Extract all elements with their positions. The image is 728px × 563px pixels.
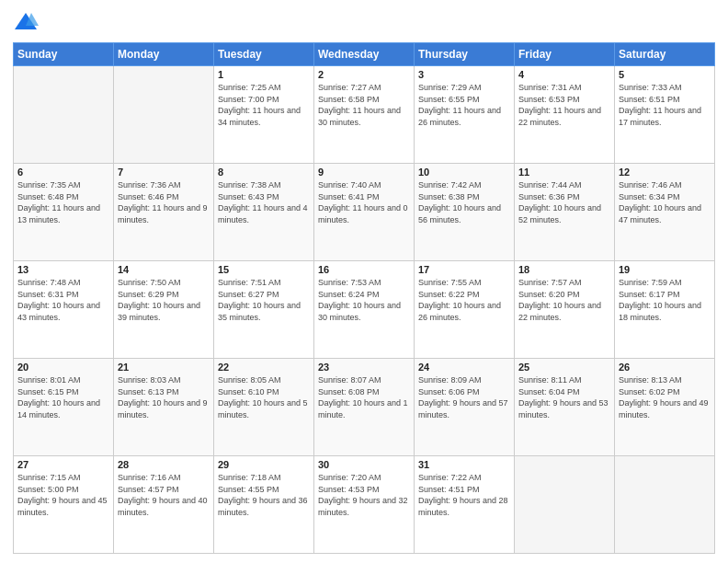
calendar-day-cell: 8Sunrise: 7:38 AM Sunset: 6:43 PM Daylig… [214,164,314,261]
calendar-week-row: 27Sunrise: 7:15 AM Sunset: 5:00 PM Dayli… [14,456,715,554]
calendar-week-row: 13Sunrise: 7:48 AM Sunset: 6:31 PM Dayli… [14,261,715,359]
day-info: Sunrise: 7:46 AM Sunset: 6:34 PM Dayligh… [619,179,711,225]
calendar-day-cell: 25Sunrise: 8:11 AM Sunset: 6:04 PM Dayli… [515,359,615,456]
day-number: 11 [518,167,610,178]
day-number: 27 [17,459,109,470]
calendar-day-cell: 6Sunrise: 7:35 AM Sunset: 6:48 PM Daylig… [14,164,114,261]
calendar-day-cell: 11Sunrise: 7:44 AM Sunset: 6:36 PM Dayli… [515,164,615,261]
day-info: Sunrise: 7:57 AM Sunset: 6:20 PM Dayligh… [518,277,610,323]
calendar-day-cell: 26Sunrise: 8:13 AM Sunset: 6:02 PM Dayli… [615,359,715,456]
day-info: Sunrise: 7:59 AM Sunset: 6:17 PM Dayligh… [619,277,711,323]
day-info: Sunrise: 7:29 AM Sunset: 6:55 PM Dayligh… [418,82,510,128]
calendar-day-cell: 15Sunrise: 7:51 AM Sunset: 6:27 PM Dayli… [214,261,314,359]
day-number: 3 [418,69,510,80]
day-number: 13 [17,264,109,275]
day-number: 14 [118,264,210,275]
day-number: 23 [318,362,410,373]
day-number: 20 [17,362,109,373]
calendar-day-cell: 30Sunrise: 7:20 AM Sunset: 4:53 PM Dayli… [314,456,415,554]
calendar-day-cell: 13Sunrise: 7:48 AM Sunset: 6:31 PM Dayli… [14,261,114,359]
day-info: Sunrise: 8:11 AM Sunset: 6:04 PM Dayligh… [518,374,610,420]
calendar-body: 1Sunrise: 7:25 AM Sunset: 7:00 PM Daylig… [14,66,715,554]
day-info: Sunrise: 7:35 AM Sunset: 6:48 PM Dayligh… [17,179,109,225]
weekday-header-row: SundayMondayTuesdayWednesdayThursdayFrid… [14,43,715,66]
day-info: Sunrise: 7:50 AM Sunset: 6:29 PM Dayligh… [118,277,210,323]
calendar-day-cell [615,456,715,554]
calendar-day-cell [515,456,615,554]
day-info: Sunrise: 7:31 AM Sunset: 6:53 PM Dayligh… [518,82,610,128]
calendar-day-cell: 19Sunrise: 7:59 AM Sunset: 6:17 PM Dayli… [615,261,715,359]
day-info: Sunrise: 7:38 AM Sunset: 6:43 PM Dayligh… [218,179,310,225]
calendar-day-cell: 31Sunrise: 7:22 AM Sunset: 4:51 PM Dayli… [415,456,515,554]
day-info: Sunrise: 7:16 AM Sunset: 4:57 PM Dayligh… [118,472,210,518]
calendar-day-cell: 5Sunrise: 7:33 AM Sunset: 6:51 PM Daylig… [615,66,715,164]
weekday-cell: Wednesday [314,43,415,66]
day-info: Sunrise: 8:03 AM Sunset: 6:13 PM Dayligh… [118,374,210,420]
day-number: 5 [619,69,711,80]
calendar-day-cell: 2Sunrise: 7:27 AM Sunset: 6:58 PM Daylig… [314,66,415,164]
calendar-day-cell: 3Sunrise: 7:29 AM Sunset: 6:55 PM Daylig… [415,66,515,164]
day-info: Sunrise: 7:33 AM Sunset: 6:51 PM Dayligh… [619,82,711,128]
day-number: 2 [318,69,410,80]
calendar-day-cell: 29Sunrise: 7:18 AM Sunset: 4:55 PM Dayli… [214,456,314,554]
day-info: Sunrise: 7:44 AM Sunset: 6:36 PM Dayligh… [518,179,610,225]
day-info: Sunrise: 8:13 AM Sunset: 6:02 PM Dayligh… [619,374,711,420]
calendar-day-cell: 1Sunrise: 7:25 AM Sunset: 7:00 PM Daylig… [214,66,314,164]
calendar-table: SundayMondayTuesdayWednesdayThursdayFrid… [13,42,715,554]
day-info: Sunrise: 7:27 AM Sunset: 6:58 PM Dayligh… [318,82,410,128]
day-info: Sunrise: 7:40 AM Sunset: 6:41 PM Dayligh… [318,179,410,225]
day-info: Sunrise: 8:05 AM Sunset: 6:10 PM Dayligh… [218,374,310,420]
day-number: 17 [418,264,510,275]
day-number: 15 [218,264,310,275]
calendar-day-cell: 18Sunrise: 7:57 AM Sunset: 6:20 PM Dayli… [515,261,615,359]
day-number: 7 [118,167,210,178]
day-number: 29 [218,459,310,470]
weekday-cell: Saturday [615,43,715,66]
day-number: 21 [118,362,210,373]
day-number: 22 [218,362,310,373]
day-number: 24 [418,362,510,373]
day-info: Sunrise: 7:48 AM Sunset: 6:31 PM Dayligh… [17,277,109,323]
day-number: 25 [518,362,610,373]
calendar-day-cell: 7Sunrise: 7:36 AM Sunset: 6:46 PM Daylig… [114,164,214,261]
calendar-day-cell: 12Sunrise: 7:46 AM Sunset: 6:34 PM Dayli… [615,164,715,261]
day-number: 16 [318,264,410,275]
calendar-week-row: 20Sunrise: 8:01 AM Sunset: 6:15 PM Dayli… [14,359,715,456]
calendar-week-row: 1Sunrise: 7:25 AM Sunset: 7:00 PM Daylig… [14,66,715,164]
day-number: 30 [318,459,410,470]
day-number: 6 [17,167,109,178]
calendar-day-cell: 23Sunrise: 8:07 AM Sunset: 6:08 PM Dayli… [314,359,415,456]
calendar-day-cell: 9Sunrise: 7:40 AM Sunset: 6:41 PM Daylig… [314,164,415,261]
day-number: 8 [218,167,310,178]
weekday-cell: Monday [114,43,214,66]
calendar-day-cell: 24Sunrise: 8:09 AM Sunset: 6:06 PM Dayli… [415,359,515,456]
day-info: Sunrise: 7:36 AM Sunset: 6:46 PM Dayligh… [118,179,210,225]
day-info: Sunrise: 8:07 AM Sunset: 6:08 PM Dayligh… [318,374,410,420]
calendar-day-cell: 17Sunrise: 7:55 AM Sunset: 6:22 PM Dayli… [415,261,515,359]
logo [13,9,42,35]
header [13,9,715,35]
day-number: 26 [619,362,711,373]
calendar-day-cell: 28Sunrise: 7:16 AM Sunset: 4:57 PM Dayli… [114,456,214,554]
weekday-cell: Thursday [415,43,515,66]
day-number: 31 [418,459,510,470]
day-info: Sunrise: 7:55 AM Sunset: 6:22 PM Dayligh… [418,277,510,323]
day-info: Sunrise: 7:22 AM Sunset: 4:51 PM Dayligh… [418,472,510,518]
day-number: 18 [518,264,610,275]
calendar-day-cell: 20Sunrise: 8:01 AM Sunset: 6:15 PM Dayli… [14,359,114,456]
day-info: Sunrise: 7:51 AM Sunset: 6:27 PM Dayligh… [218,277,310,323]
calendar-day-cell: 16Sunrise: 7:53 AM Sunset: 6:24 PM Dayli… [314,261,415,359]
calendar-week-row: 6Sunrise: 7:35 AM Sunset: 6:48 PM Daylig… [14,164,715,261]
day-number: 4 [518,69,610,80]
calendar-day-cell: 14Sunrise: 7:50 AM Sunset: 6:29 PM Dayli… [114,261,214,359]
day-number: 12 [619,167,711,178]
day-number: 28 [118,459,210,470]
calendar-day-cell: 27Sunrise: 7:15 AM Sunset: 5:00 PM Dayli… [14,456,114,554]
day-info: Sunrise: 7:20 AM Sunset: 4:53 PM Dayligh… [318,472,410,518]
day-number: 10 [418,167,510,178]
day-info: Sunrise: 8:01 AM Sunset: 6:15 PM Dayligh… [17,374,109,420]
weekday-cell: Tuesday [214,43,314,66]
day-number: 9 [318,167,410,178]
logo-icon [13,9,39,35]
calendar-day-cell [114,66,214,164]
